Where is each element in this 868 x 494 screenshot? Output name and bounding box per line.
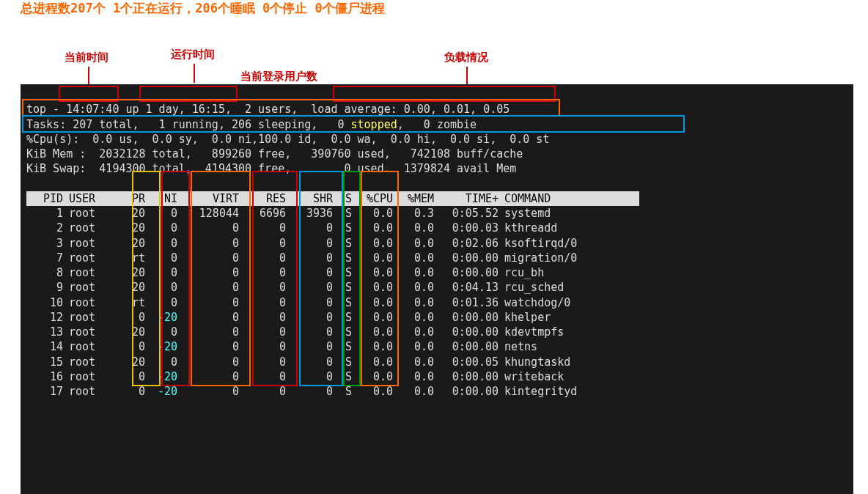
col-res: RES xyxy=(242,191,289,206)
table-row: 16root0-20000S0.00.00:00.00writeback xyxy=(26,369,639,384)
table-row: 13root200000S0.00.00:00.00kdevtmpfs xyxy=(26,325,639,339)
table-row: 12root0-20000S0.00.00:00.00khelper xyxy=(26,310,639,325)
terminal-output: top - 14:07:40 up 1 day, 16:15, 2 users,… xyxy=(21,84,853,494)
box-load xyxy=(333,86,556,102)
table-row: 14root0-20000S0.00.00:00.00netns xyxy=(26,339,639,354)
col-pid: PID xyxy=(26,191,66,206)
col-pctmem: %MEM xyxy=(396,191,437,206)
top-line-tasks: Tasks: 207 total, 1 running, 206 sleepin… xyxy=(26,118,477,131)
col-command: COMMAND xyxy=(501,191,639,206)
col-pr: PR xyxy=(116,191,148,206)
top-line1: top - 14:07:40 up 1 day, 16:15, 2 users,… xyxy=(26,103,510,116)
top-line-cpu: %Cpu(s): 0.0 us, 0.0 sy, 0.0 ni,100.0 id… xyxy=(26,133,549,146)
anno-process-summary: 总进程数207个 1个正在运行，206个睡眠 0个停止 0个僵尸进程 xyxy=(21,0,868,17)
table-row: 1root20012804466963936S0.00.30:05.52syst… xyxy=(26,206,639,221)
col-s: S xyxy=(336,191,355,206)
table-row: 10rootrt0000S0.00.00:01.36watchdog/0 xyxy=(26,295,639,310)
col-virt: VIRT xyxy=(180,191,242,206)
table-row: 8root200000S0.00.00:00.00rcu_bh xyxy=(26,265,639,280)
label-run-time: 运行时间 xyxy=(171,48,215,62)
table-row: 3root200000S0.00.00:02.06ksoftirqd/0 xyxy=(26,236,639,251)
top-line-mem: KiB Mem : 2032128 total, 899260 free, 39… xyxy=(26,147,523,161)
table-row: 7rootrt0000S0.00.00:00.00migration/0 xyxy=(26,251,639,265)
box-time xyxy=(59,86,119,102)
table-row: 17root0-20000S0.00.00:00.00kintegrityd xyxy=(26,384,639,399)
col-timeplus: TIME+ xyxy=(437,191,501,206)
col-shr: SHR xyxy=(289,191,336,206)
col-ni: NI xyxy=(148,191,180,206)
box-uptime xyxy=(139,86,238,102)
tick-icon xyxy=(194,64,195,83)
table-row: 2root200000S0.00.00:00.03kthreadd xyxy=(26,221,639,235)
process-table: PIDUSERPRNIVIRTRESSHRS%CPU%MEMTIME+COMMA… xyxy=(26,191,639,399)
table-row: 9root200000S0.00.00:04.13rcu_sched xyxy=(26,280,639,295)
tick-icon xyxy=(88,67,89,86)
table-header-row: PIDUSERPRNIVIRTRESSHRS%CPU%MEMTIME+COMMA… xyxy=(26,191,639,206)
col-user: USER xyxy=(66,191,116,206)
label-load: 负载情况 xyxy=(444,51,488,64)
label-login-users: 当前登录用户数 xyxy=(240,70,317,84)
table-row: 15root200000S0.00.00:00.05khungtaskd xyxy=(26,355,639,369)
tick-icon xyxy=(466,67,468,86)
label-current-time: 当前时间 xyxy=(65,51,108,64)
top-line-swap: KiB Swap: 4194300 total, 4194300 free, 0… xyxy=(26,162,516,175)
col-pctcpu: %CPU xyxy=(355,191,396,206)
